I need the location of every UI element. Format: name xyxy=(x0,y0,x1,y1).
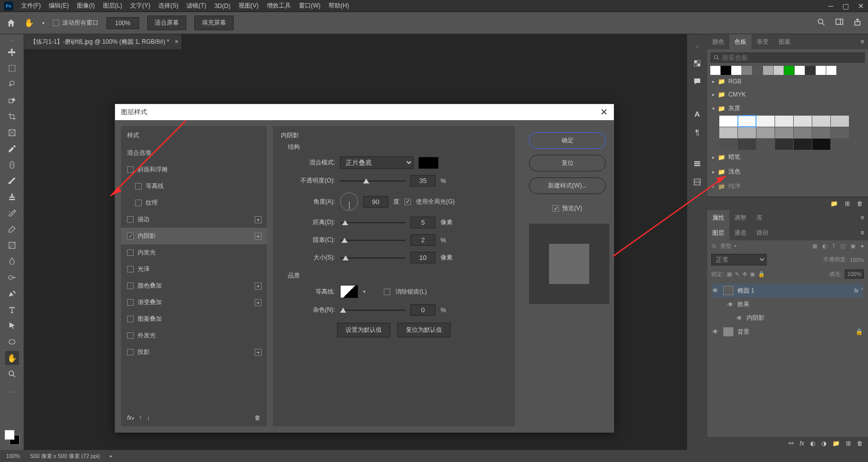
swatch-search[interactable] xyxy=(710,52,865,63)
gray-swatch[interactable] xyxy=(775,127,793,138)
marquee-tool[interactable] xyxy=(5,61,19,75)
close-icon[interactable]: ✕ xyxy=(858,2,864,10)
delete-layer-icon[interactable]: 🗑 xyxy=(857,440,863,447)
effect-checkbox[interactable] xyxy=(127,166,134,173)
effect-item-5[interactable]: 内发光 xyxy=(121,244,267,261)
swatch[interactable] xyxy=(731,66,741,75)
history-panel-icon[interactable] xyxy=(690,157,704,171)
antialias-checkbox[interactable] xyxy=(384,289,390,295)
distance-slider[interactable] xyxy=(340,219,405,226)
filter-shape-icon[interactable]: ◫ xyxy=(840,243,845,249)
move-down-icon[interactable]: ↓ xyxy=(147,414,150,421)
swatch[interactable] xyxy=(742,66,752,75)
hand-tool-icon[interactable]: ✋ xyxy=(24,18,34,28)
tab-libraries[interactable]: 库 xyxy=(751,210,768,225)
gray-swatch[interactable] xyxy=(812,139,830,150)
effect-item-6[interactable]: 光泽 xyxy=(121,261,267,278)
angle-input[interactable] xyxy=(363,196,388,208)
swatch[interactable] xyxy=(826,66,836,75)
layer-group-icon[interactable]: 📁 xyxy=(832,440,840,447)
shape-tool[interactable] xyxy=(5,335,19,349)
filter-type-icon[interactable]: T xyxy=(832,243,836,249)
effect-checkbox[interactable] xyxy=(127,283,134,289)
char-panel-icon[interactable]: A xyxy=(690,107,704,121)
gray-swatch[interactable] xyxy=(831,116,849,127)
gray-swatch[interactable] xyxy=(738,127,756,138)
layer-fx-badge[interactable]: fx ˅ xyxy=(854,288,863,294)
actions-panel-icon[interactable] xyxy=(690,175,704,189)
effect-visibility-icon[interactable]: 👁 xyxy=(736,315,742,322)
ok-button[interactable]: 确定 xyxy=(529,132,606,149)
edit-toolbar-icon[interactable]: ⋯ xyxy=(9,388,16,396)
layers-panel-menu-icon[interactable]: ≡ xyxy=(856,229,868,236)
comment-panel-icon[interactable] xyxy=(690,74,704,88)
search-icon[interactable] xyxy=(817,18,826,28)
cmyk-group[interactable]: ▸📁CMYK xyxy=(710,88,865,101)
swatch[interactable] xyxy=(784,66,794,75)
color-panel-icon[interactable] xyxy=(690,56,704,70)
effect-checkbox[interactable] xyxy=(127,316,134,322)
menu-select[interactable]: 选择(S) xyxy=(158,2,178,10)
gray-swatch[interactable] xyxy=(775,116,793,127)
filter-kind-label[interactable]: 类型 xyxy=(720,242,731,250)
crayon-group[interactable]: ▸📁蜡笔 xyxy=(710,150,865,164)
visibility-icon[interactable]: 👁 xyxy=(712,287,719,294)
swatch[interactable] xyxy=(763,66,773,75)
menu-help[interactable]: 帮助(H) xyxy=(329,2,349,10)
effect-item-8[interactable]: 渐变叠加+ xyxy=(121,294,267,311)
effect-checkbox[interactable] xyxy=(127,233,134,239)
cancel-button[interactable]: 复位 xyxy=(529,155,606,171)
lock-move-icon[interactable]: ✥ xyxy=(742,271,747,278)
link-layers-icon[interactable]: ⚯ xyxy=(789,440,794,447)
bg-layer-name[interactable]: 背景 xyxy=(737,328,749,336)
blur-tool[interactable] xyxy=(5,254,19,268)
swatch[interactable] xyxy=(774,66,784,75)
share-icon[interactable] xyxy=(853,18,862,28)
effect-item-10[interactable]: 外发光 xyxy=(121,327,267,344)
document-tab[interactable]: 【练习1-1】-磨砂纸.jpg @ 100% (椭圆 1, RGB/8#) * … xyxy=(24,34,181,49)
gray-swatch[interactable] xyxy=(775,139,793,150)
stamp-tool[interactable] xyxy=(5,190,19,204)
move-tool[interactable] xyxy=(5,45,19,59)
eyedropper-tool[interactable] xyxy=(5,142,19,156)
swatch[interactable] xyxy=(805,66,815,75)
distance-input[interactable] xyxy=(410,217,436,228)
para-panel-icon[interactable]: ¶ xyxy=(690,125,704,139)
tab-adjustments[interactable]: 调整 xyxy=(729,210,751,225)
effect-item-1[interactable]: 等高线 xyxy=(121,178,267,195)
lock-artboard-icon[interactable]: ▣ xyxy=(750,271,755,278)
new-swatch-icon[interactable]: ⊞ xyxy=(845,200,850,207)
gray-swatch[interactable] xyxy=(738,139,756,150)
path-select-tool[interactable] xyxy=(5,319,19,333)
maximize-icon[interactable]: ▢ xyxy=(842,2,849,10)
add-effect-icon[interactable]: + xyxy=(255,283,262,290)
opacity-input[interactable] xyxy=(410,175,436,187)
effect-checkbox[interactable] xyxy=(127,216,134,223)
noise-slider[interactable] xyxy=(340,307,405,314)
effect-checkbox[interactable] xyxy=(127,249,134,256)
size-input[interactable] xyxy=(410,252,436,263)
swatch[interactable] xyxy=(795,66,805,75)
filter-pixel-icon[interactable]: ▦ xyxy=(812,243,817,249)
bg-visibility-icon[interactable]: 👁 xyxy=(712,328,719,335)
swatch[interactable] xyxy=(721,66,731,75)
layer-effects-row[interactable]: 👁 效果 xyxy=(712,298,863,311)
effect-checkbox[interactable] xyxy=(127,299,134,306)
filter-adjust-icon[interactable]: ◐ xyxy=(822,243,827,249)
minimize-icon[interactable]: ─ xyxy=(828,2,833,10)
eraser-tool[interactable] xyxy=(5,222,19,236)
menu-window[interactable]: 窗口(W) xyxy=(299,2,320,10)
add-effect-icon[interactable]: + xyxy=(255,216,262,223)
effect-item-3[interactable]: 描边+ xyxy=(121,211,267,228)
lock-brush-icon[interactable]: ✎ xyxy=(735,271,739,278)
blending-options-item[interactable]: 混合选项 xyxy=(121,145,267,161)
noise-input[interactable] xyxy=(410,304,436,316)
gray-swatch[interactable] xyxy=(831,127,849,138)
lasso-tool[interactable] xyxy=(5,77,19,91)
layer-blend-mode[interactable]: 正常 xyxy=(711,254,767,265)
props-panel-menu-icon[interactable]: ≡ xyxy=(856,214,868,221)
effect-checkbox[interactable] xyxy=(135,200,142,206)
effect-item-2[interactable]: 纹理 xyxy=(121,195,267,211)
tab-patterns[interactable]: 图案 xyxy=(774,34,796,49)
effect-item-0[interactable]: 斜面和浮雕 xyxy=(121,161,267,178)
